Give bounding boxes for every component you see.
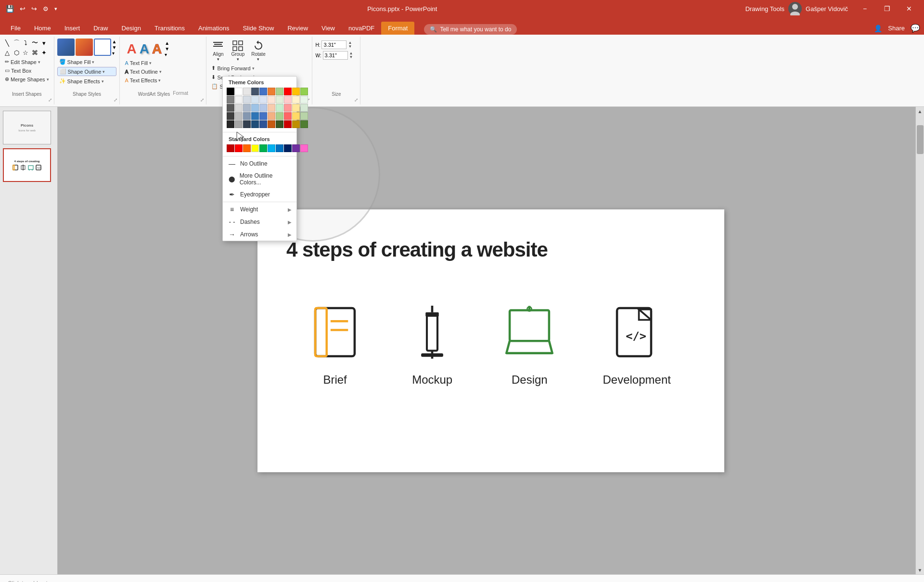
wordart-style-outline[interactable]: A (152, 41, 162, 57)
star-shape[interactable]: ☆ (21, 48, 30, 57)
format-expand-button[interactable]: Format (173, 91, 188, 97)
merge-shapes-button[interactable]: ⊕ Merge Shapes ▾ (3, 75, 51, 83)
tab-file[interactable]: File (4, 22, 27, 35)
more-shapes[interactable]: ▾ (39, 39, 48, 47)
color-t5-3[interactable] (243, 120, 251, 128)
color-t4-5[interactable] (259, 112, 267, 120)
align-button[interactable]: Align ▾ (209, 39, 227, 63)
curve-shape[interactable]: ⌒ (12, 39, 21, 47)
text-outline-button[interactable]: A Text Outline ▾ (123, 68, 203, 76)
share-button[interactable]: Share (888, 25, 905, 32)
height-down[interactable]: ▼ (348, 45, 352, 49)
color-t2-4[interactable] (251, 96, 259, 103)
freeform-shape[interactable]: 〜 (30, 39, 39, 47)
std-color-3[interactable] (243, 144, 251, 152)
tab-draw[interactable]: Draw (87, 22, 115, 35)
color-t2-3[interactable] (243, 96, 251, 103)
text-box-button[interactable]: ▭ Text Box (3, 66, 51, 75)
color-t2-2[interactable] (235, 96, 243, 103)
std-color-10[interactable] (300, 144, 308, 152)
callout-shape[interactable]: ⌘ (30, 48, 39, 57)
color-t5-6[interactable] (268, 120, 275, 128)
tab-home[interactable]: Home (27, 22, 58, 35)
shape-style-3[interactable] (94, 39, 111, 56)
std-color-9[interactable] (292, 144, 300, 152)
color-green[interactable] (276, 88, 283, 95)
dropdown-arrow[interactable]: ▾ (52, 5, 59, 13)
scroll-thumb[interactable] (917, 125, 924, 154)
bring-forward-button[interactable]: ⬆ Bring Forward ▾ (209, 64, 309, 72)
arrow-shape[interactable]: △ (3, 48, 12, 57)
group-button[interactable]: Group ▾ (229, 39, 247, 63)
scroll-down[interactable]: ▼ (916, 566, 924, 574)
tab-view[interactable]: View (315, 22, 342, 35)
color-t3-1[interactable] (227, 104, 234, 112)
arrows-item[interactable]: → Arrows ▶ (223, 228, 296, 241)
color-t5-7[interactable] (276, 120, 283, 128)
color-t3-9[interactable] (292, 104, 300, 112)
more-outline-colors-item[interactable]: ⬤ More Outline Colors... (223, 170, 296, 188)
tab-design[interactable]: Design (115, 22, 148, 35)
width-input[interactable] (323, 51, 348, 60)
restore-button[interactable]: ❐ (876, 0, 898, 17)
tab-animations[interactable]: Animations (192, 22, 236, 35)
color-t3-2[interactable] (235, 104, 243, 112)
color-t5-2[interactable] (235, 120, 243, 128)
color-orange[interactable] (268, 88, 275, 95)
color-t4-3[interactable] (243, 112, 251, 120)
color-t3-8[interactable] (284, 104, 292, 112)
tab-slideshow[interactable]: Slide Show (236, 22, 281, 35)
color-t3-3[interactable] (243, 104, 251, 112)
color-t2-1[interactable] (227, 96, 234, 103)
shape-effects-button[interactable]: ✨ Shape Effects ▾ (57, 77, 117, 85)
tab-review[interactable]: Review (281, 22, 315, 35)
save-icon[interactable]: 💾 (4, 4, 16, 13)
weight-item[interactable]: ≡ Weight ▶ (223, 203, 296, 216)
color-t5-1[interactable] (227, 120, 234, 128)
color-t2-9[interactable] (292, 96, 300, 103)
comment-icon[interactable]: 💬 (911, 24, 920, 33)
std-color-8[interactable] (284, 144, 292, 152)
color-lime[interactable] (300, 88, 308, 95)
tab-novapdf[interactable]: novaPDF (342, 22, 381, 35)
shape-outline-button[interactable]: ⬜ Shape Outline ▾ (57, 67, 117, 76)
color-t4-1[interactable] (227, 112, 234, 120)
text-effects-button[interactable]: A Text Effects ▾ (123, 77, 203, 84)
color-t3-4[interactable] (251, 104, 259, 112)
color-blue[interactable] (259, 88, 267, 95)
color-t2-10[interactable] (300, 96, 308, 103)
minimize-button[interactable]: − (854, 0, 876, 17)
std-color-6[interactable] (268, 144, 275, 152)
color-t4-2[interactable] (235, 112, 243, 120)
color-dark-blue[interactable] (251, 88, 259, 95)
block-arrow[interactable]: ⬡ (12, 48, 21, 57)
notes-area[interactable]: Click to add notes (0, 574, 924, 582)
color-t5-8[interactable] (284, 120, 292, 128)
wordart-style-shadow[interactable]: A (140, 41, 149, 57)
redo-icon[interactable]: ↪ (29, 4, 39, 13)
action-shape[interactable]: ✦ (39, 48, 48, 57)
shape-fill-button[interactable]: 🪣 Shape Fill ▾ (57, 58, 117, 66)
color-t3-10[interactable] (300, 104, 308, 112)
slide-1-thumb[interactable]: Picons Icons for web (3, 111, 51, 144)
height-input[interactable] (321, 40, 346, 49)
color-t4-10[interactable] (300, 112, 308, 120)
line-shape[interactable]: ╲ (3, 39, 12, 47)
color-t2-5[interactable] (259, 96, 267, 103)
width-down[interactable]: ▼ (349, 55, 353, 59)
color-t5-10[interactable] (300, 120, 308, 128)
scroll-track[interactable] (916, 116, 924, 566)
color-t2-6[interactable] (268, 96, 275, 103)
color-t4-4[interactable] (251, 112, 259, 120)
std-color-7[interactable] (276, 144, 283, 152)
color-t4-8[interactable] (284, 112, 292, 120)
color-t4-6[interactable] (268, 112, 275, 120)
tab-format[interactable]: Format (381, 22, 414, 35)
color-black[interactable] (227, 88, 234, 95)
shape-styles-expand[interactable]: ⤢ (114, 97, 117, 103)
std-color-5[interactable] (259, 144, 267, 152)
color-t2-8[interactable] (284, 96, 292, 103)
wordart-style-plain[interactable]: A (127, 41, 136, 57)
undo-icon[interactable]: ↩ (18, 4, 27, 13)
color-t5-9[interactable] (292, 120, 300, 128)
